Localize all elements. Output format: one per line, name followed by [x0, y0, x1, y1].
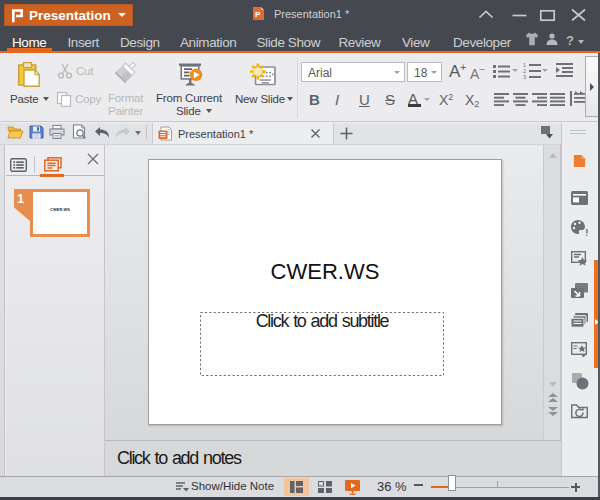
- svg-text:3: 3: [523, 74, 526, 79]
- svg-text:P: P: [255, 10, 261, 19]
